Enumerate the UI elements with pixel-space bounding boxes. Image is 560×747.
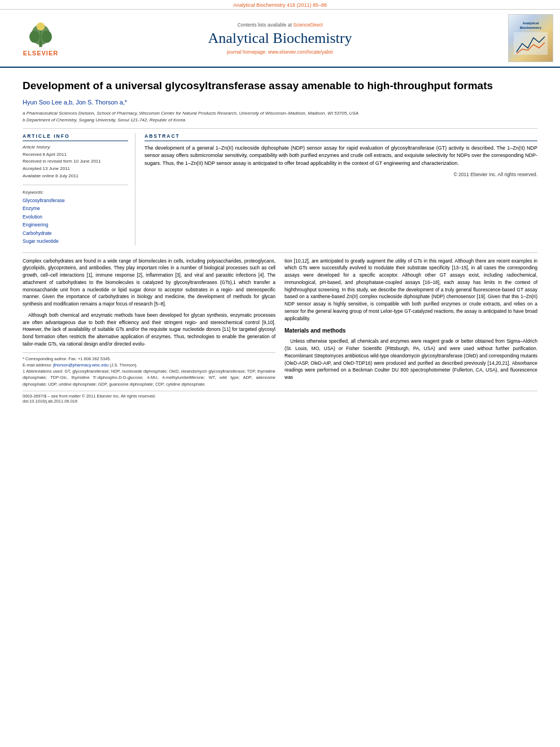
cover-title: AnalyticalBiochemistry [520, 21, 541, 29]
copyright-line: © 2011 Elsevier Inc. All rights reserved… [145, 172, 537, 177]
banner-text: Analytical Biochemistry 418 (2011) 85–88 [233, 2, 327, 8]
body-p1: Complex carbohydrates are found in a wid… [23, 257, 275, 308]
footer-issn: 0003-2697/$ – see front matter © 2011 El… [23, 394, 537, 399]
article-title: Development of a universal glycosyltrans… [23, 79, 537, 93]
elsevier-logo: ELSEVIER [23, 20, 58, 56]
author-names: Hyun Soo Lee a,b, Jon S. Thorson a,* [23, 99, 127, 106]
keywords-section: Keywords: Glycosyltransferase Enzyme Evo… [23, 190, 128, 246]
journal-title: Analytical Biochemistry [75, 30, 485, 47]
footnote-star: * Corresponding author. Fax: +1 608 262 … [23, 356, 275, 362]
journal-title-area: Contents lists available at ScienceDirec… [75, 22, 485, 55]
publisher-logo-area: ELSEVIER [7, 20, 75, 56]
affiliation-b: b Department of Chemistry, Sogang Univer… [23, 117, 537, 124]
abstract-text: The development of a general 1–Zn(II) nu… [145, 145, 537, 168]
authors-line: Hyun Soo Lee a,b, Jon S. Thorson a,* [23, 99, 537, 106]
history-label: Article history: [23, 145, 128, 150]
cover-chart-icon [514, 32, 548, 55]
divider-2 [23, 185, 128, 185]
journal-cover-image: AnalyticalBiochemistry [508, 14, 553, 62]
keyword-1: Glycosyltransferase [23, 196, 128, 204]
elsevier-tree-icon [24, 20, 58, 49]
keyword-2: Enzyme [23, 204, 128, 212]
keyword-3: Evolution [23, 213, 128, 221]
footer-doi: doi:10.1016/j.ab.2011.06.016 [23, 399, 537, 404]
available-date: Available online 8 July 2011 [23, 173, 128, 180]
body-col2-p1: tion [10,12], are anticipated to greatly… [285, 257, 537, 322]
divider-3 [23, 252, 537, 253]
keyword-4: Engineering [23, 221, 128, 229]
journal-cover-area: AnalyticalBiochemistry [485, 14, 553, 62]
accepted-date: Accepted 13 June 2011 [23, 165, 128, 173]
body-column-right: tion [10,12], are anticipated to greatly… [285, 257, 537, 387]
divider-1 [23, 128, 537, 129]
svg-point-4 [37, 22, 45, 30]
article-info-column: ARTICLE INFO Article history: Received 8… [23, 133, 135, 246]
article-meta-row: ARTICLE INFO Article history: Received 8… [23, 133, 537, 246]
affiliations: a Pharmaceutical Sciences Division, Scho… [23, 110, 537, 124]
body-p2: Although both chemical and enzymatic met… [23, 312, 275, 348]
svg-point-3 [42, 30, 52, 43]
article-history: Article history: Received 8 April 2011 R… [23, 145, 128, 180]
body-column-left: Complex carbohydrates are found in a wid… [23, 257, 275, 387]
received-date: Received 8 April 2011 [23, 151, 128, 159]
main-content: Development of a universal glycosyltrans… [0, 68, 560, 410]
elsevier-brand-text: ELSEVIER [23, 50, 58, 56]
abstract-column: ABSTRACT The development of a general 1–… [145, 133, 537, 246]
footnote-email: E-mail address: jthorson@pharmacy.wisc.e… [23, 362, 275, 368]
journal-homepage: journal homepage: www.elsevier.com/locat… [75, 49, 485, 55]
journal-citation-banner: Analytical Biochemistry 418 (2011) 85–88 [0, 0, 560, 10]
body-col2-p2: Unless otherwise specified, all chemical… [285, 338, 537, 381]
footnote-1: 1 Abbreviations used: GT, glycosyltransf… [23, 368, 275, 387]
sciencedirect-line: Contents lists available at ScienceDirec… [75, 22, 485, 28]
abstract-header: ABSTRACT [145, 133, 537, 141]
revised-date: Received in revised form 10 June 2011 [23, 158, 128, 165]
journal-header: ELSEVIER Contents lists available at Sci… [0, 10, 560, 68]
affiliation-a: a Pharmaceutical Sciences Division, Scho… [23, 110, 537, 117]
keyword-5: Carbohydrate [23, 229, 128, 237]
keywords-label: Keywords: [23, 190, 128, 195]
article-info-header: ARTICLE INFO [23, 133, 128, 141]
materials-methods-heading: Materials and methods [285, 326, 537, 335]
svg-point-2 [29, 30, 40, 43]
keyword-6: Sugar nucleotide [23, 237, 128, 245]
footnotes: * Corresponding author. Fax: +1 608 262 … [23, 352, 275, 387]
footer: 0003-2697/$ – see front matter © 2011 El… [23, 391, 537, 404]
body-columns: Complex carbohydrates are found in a wid… [23, 257, 537, 387]
